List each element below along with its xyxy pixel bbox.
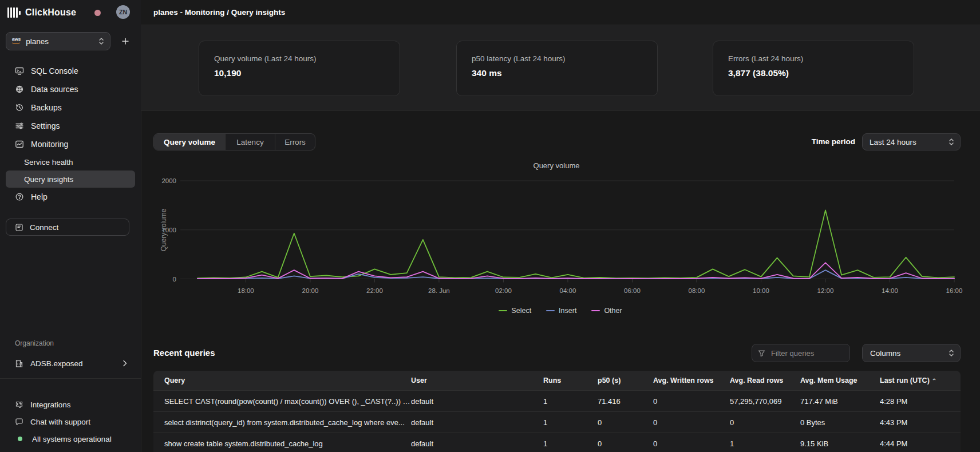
x-axis-tick: 18:00 (238, 287, 254, 294)
x-axis-tick: 02:00 (495, 287, 512, 294)
table-cell: 1 (543, 433, 598, 452)
x-axis-tick: 08:00 (689, 287, 705, 294)
sidebar-item-sql-console[interactable]: SQL Console (6, 62, 135, 80)
recent-queries-table: QueryUserRunsp50 (s)Avg. Written rowsAvg… (153, 371, 961, 452)
table-cell: 1 (543, 391, 598, 412)
building-icon (15, 359, 23, 368)
table-cell: 9.15 KiB (800, 433, 880, 452)
tab-latency[interactable]: Latency (226, 134, 275, 150)
legend-item-other[interactable]: Other (591, 307, 622, 315)
table-cell: 4:44 PM (880, 433, 961, 452)
puzzle-icon (15, 401, 23, 409)
column-header[interactable]: Last run (UTC)⌃ (880, 371, 961, 391)
service-selector[interactable]: aws planes (6, 32, 110, 50)
column-header[interactable]: Avg. Mem Usage (800, 371, 880, 391)
organization-label: Organization (15, 339, 54, 347)
x-axis-tick: 16:00 (946, 287, 963, 294)
chart-legend: SelectInsertOther (141, 307, 980, 315)
sidebar-item-backups[interactable]: Backups (6, 98, 135, 117)
legend-item-insert[interactable]: Insert (546, 307, 576, 315)
y-axis-tick: 0 (173, 276, 176, 283)
legend-swatch (499, 310, 507, 312)
table-cell: 0 (598, 433, 653, 452)
x-axis-tick: 14:00 (882, 287, 898, 294)
sidebar-item-integrations[interactable]: Integrations (6, 396, 135, 413)
chevron-updown-icon (949, 349, 954, 357)
legend-item-select[interactable]: Select (499, 307, 531, 315)
column-header[interactable]: Runs (543, 371, 598, 391)
y-axis-label: Query volume (160, 208, 168, 251)
table-row[interactable]: SELECT CAST(round(pow(count() / max(coun… (153, 391, 961, 412)
table-cell: 0 Bytes (800, 412, 880, 433)
table-cell: 4:43 PM (880, 412, 961, 433)
x-axis-tick: 12:00 (817, 287, 834, 294)
funnel-icon (758, 350, 765, 357)
sidebar-divider (0, 378, 141, 379)
organization-selector[interactable]: ADSB.exposed (6, 355, 135, 372)
tab-errors[interactable]: Errors (275, 134, 315, 150)
data-sources-icon (15, 85, 24, 94)
topbar: planes - Monitoring / Query insights (141, 0, 980, 25)
sidebar-item-monitoring[interactable]: Monitoring (6, 135, 135, 153)
user-avatar[interactable]: ZN (116, 5, 130, 19)
sidebar-item-data-sources[interactable]: Data sources (6, 80, 135, 98)
stat-card-errors: Errors (Last 24 hours) 3,877 (38.05%) (713, 41, 914, 96)
chevron-updown-icon (98, 37, 104, 45)
sidebar-item-system-status[interactable]: All systems operational (6, 430, 135, 447)
stat-card-p50-latency: p50 latency (Last 24 hours) 340 ms (456, 41, 658, 96)
legend-label: Select (511, 307, 531, 315)
column-header[interactable]: User (411, 371, 543, 391)
chart-tabs: Query volume Latency Errors (153, 133, 315, 150)
brand-row: ClickHouse (7, 6, 76, 19)
service-row: aws planes (6, 32, 135, 50)
sidebar-item-label: Integrations (30, 401, 71, 409)
column-header[interactable]: Avg. Written rows (653, 371, 730, 391)
table-cell: default (411, 433, 543, 452)
legend-label: Insert (559, 307, 576, 315)
chevron-right-icon (122, 360, 127, 367)
table-header-row: QueryUserRunsp50 (s)Avg. Written rowsAvg… (153, 371, 961, 391)
query-volume-chart: Query volume010002000Query volume18:0020… (0, 154, 980, 307)
legend-swatch (546, 310, 555, 312)
table-cell: show create table system.distributed_cac… (153, 433, 411, 452)
x-axis-tick: 06:00 (624, 287, 641, 294)
stats-strip: Query volume (Last 24 hours) 10,190 p50 … (141, 25, 980, 111)
stat-value: 10,190 (214, 68, 400, 78)
table-cell: 71.416 (598, 391, 653, 412)
recent-queries-title: Recent queries (153, 348, 215, 358)
settings-icon (15, 121, 24, 130)
table-cell: 0 (653, 433, 730, 452)
column-header[interactable]: Avg. Read rows (730, 371, 800, 391)
table-cell: 0 (598, 412, 653, 433)
sidebar-item-label: Settings (31, 121, 60, 130)
x-axis-tick: 10:00 (753, 287, 769, 294)
add-service-button[interactable] (118, 34, 133, 49)
sidebar-item-settings[interactable]: Settings (6, 117, 135, 135)
sidebar-item-chat-support[interactable]: Chat with support (6, 413, 135, 430)
chart-title: Query volume (534, 161, 580, 170)
column-header[interactable]: p50 (s) (598, 371, 653, 391)
table-cell: default (411, 391, 543, 412)
table-row[interactable]: select distrinct(query_id) from system.d… (153, 412, 961, 433)
breadcrumb: planes - Monitoring / Query insights (141, 8, 285, 17)
sidebar-footer: Integrations Chat with support All syste… (6, 396, 135, 447)
column-header[interactable]: Query (153, 371, 411, 391)
time-period-label: Time period (796, 137, 855, 146)
table-cell: 0 (653, 391, 730, 412)
filter-queries-input[interactable] (770, 348, 841, 358)
notification-dot-icon (94, 10, 101, 16)
page: ClickHouse ZN aws planes SQL Console (0, 0, 980, 452)
stat-value: 3,877 (38.05%) (728, 68, 914, 78)
sidebar-item-label: Chat with support (30, 418, 90, 426)
filter-queries-box[interactable] (752, 344, 850, 362)
chevron-updown-icon (949, 138, 954, 146)
sidebar-item-label: All systems operational (32, 435, 112, 443)
table-row[interactable]: show create table system.distributed_cac… (153, 433, 961, 452)
tab-query-volume[interactable]: Query volume (154, 134, 226, 150)
sidebar-item-label: Data sources (31, 85, 78, 94)
chat-bubble-icon (15, 418, 23, 426)
columns-button[interactable]: Columns (862, 344, 961, 362)
y-axis-tick: 2000 (161, 177, 176, 184)
table-cell: 1 (543, 412, 598, 433)
time-period-select[interactable]: Last 24 hours (862, 133, 961, 150)
